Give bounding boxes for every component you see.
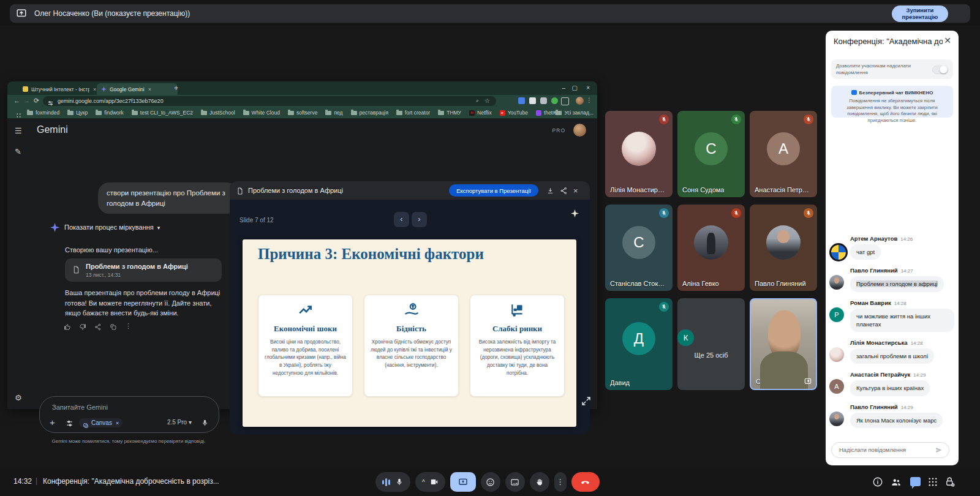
apps-grid-icon[interactable] — [16, 110, 21, 115]
audio-level-icon — [382, 478, 390, 486]
url-bar[interactable]: gemini.google.com/app/3ec27f133eb76e20 ⌕… — [43, 96, 496, 106]
lens-search-icon[interactable]: ⌕ — [476, 97, 479, 104]
sparkle-icon[interactable] — [571, 209, 579, 217]
copy-icon[interactable] — [110, 322, 117, 333]
participant-tile[interactable]: Аліна Гевко — [677, 205, 745, 291]
show-reasoning-toggle[interactable]: Показати процес міркування▾ — [64, 224, 160, 231]
tab-google-gemini[interactable]: Google Gemini × — [97, 83, 178, 95]
extension-icon[interactable] — [518, 97, 525, 104]
participant-tile[interactable]: А Анастасія Петра... — [750, 111, 817, 197]
voice-input-icon[interactable] — [201, 418, 209, 427]
chat-message-input[interactable]: Надіслати повідомлення — [831, 442, 949, 458]
thumbs-down-icon[interactable] — [79, 322, 86, 333]
briefcase-extension-icon[interactable] — [540, 97, 547, 104]
new-chat-icon[interactable]: ✎ — [15, 147, 21, 156]
captions-button[interactable] — [505, 472, 525, 492]
avatar-letter: А — [767, 132, 800, 165]
add-attachment-icon[interactable]: + — [50, 417, 55, 427]
close-window-icon[interactable]: × — [586, 85, 590, 91]
more-options-button[interactable]: ⋮ — [554, 472, 567, 492]
tab1-close-icon[interactable]: × — [93, 86, 96, 92]
forward-icon[interactable]: → — [23, 97, 30, 104]
bookmark-item[interactable]: softserve — [288, 110, 318, 116]
canvas-chip[interactable]: Canvas × — [79, 418, 123, 427]
bookmark-item[interactable]: JustSchool — [201, 110, 235, 116]
screen-share-button[interactable] — [450, 472, 476, 492]
bookmark-item[interactable]: test CLI_to_AWS_EC2 — [132, 110, 193, 116]
participants-icon[interactable] — [891, 476, 902, 487]
translate-icon[interactable] — [529, 97, 536, 104]
share-icon[interactable] — [560, 186, 568, 194]
browser-profile-avatar[interactable] — [576, 97, 584, 105]
back-icon[interactable]: ← — [13, 97, 20, 104]
model-selector[interactable]: 2.5 Pro ▾ — [167, 419, 192, 426]
mic-off-badge — [731, 115, 741, 124]
bookmark-item[interactable]: White Cloud — [243, 110, 280, 116]
remove-canvas-icon[interactable]: × — [116, 420, 119, 426]
all-bookmarks-item[interactable]: Усі заклад... — [556, 107, 594, 118]
mic-button[interactable] — [375, 472, 410, 492]
participant-tile[interactable]: C Станіслав Стоко... — [605, 205, 673, 291]
close-chat-icon[interactable]: ✕ — [944, 36, 951, 45]
stop-presentation-button[interactable]: Зупинити презентацію — [892, 6, 948, 22]
share-icon[interactable] — [94, 322, 102, 333]
bookmark-item[interactable]: foxminded — [27, 110, 59, 116]
bookmark-star-icon[interactable]: ☆ — [484, 97, 490, 104]
participant-tile[interactable]: Павло Глиняний — [750, 205, 817, 291]
more-options-icon[interactable]: ⋮ — [125, 322, 132, 333]
continuous-chat-notice: Безперервний чат ВИМКНЕНО Повідомлення н… — [831, 86, 953, 118]
expand-icon[interactable] — [581, 396, 592, 407]
participant-tile[interactable]: Лілія Монастирс... — [605, 111, 673, 197]
close-canvas-icon[interactable]: × — [573, 186, 581, 194]
folder-icon — [67, 111, 74, 115]
activities-grid-icon[interactable] — [927, 476, 938, 487]
raise-hand-button[interactable] — [530, 472, 549, 492]
camera-button[interactable]: ^ — [415, 472, 445, 492]
bookmark-item[interactable]: fort creator — [396, 110, 430, 116]
maximize-window-icon[interactable]: ▢ — [572, 85, 578, 91]
download-icon[interactable] — [546, 186, 554, 194]
host-controls-lock-icon[interactable] — [944, 476, 956, 487]
extension-green-icon[interactable] — [551, 97, 558, 104]
meeting-info-icon[interactable] — [872, 476, 883, 487]
thumbs-up-icon[interactable] — [64, 322, 71, 333]
send-message-icon[interactable] — [935, 446, 943, 454]
tab2-close-icon[interactable]: × — [148, 86, 151, 92]
browser-menu-icon[interactable]: ⋮ — [586, 97, 592, 103]
pop-out-icon[interactable] — [804, 377, 812, 385]
minimize-window-icon[interactable]: – — [562, 85, 565, 91]
chat-message: Лілія Монастирська14:28 загальні проблем… — [829, 339, 955, 364]
gemini-account-avatar[interactable] — [573, 124, 586, 137]
extensions-icon[interactable] — [561, 97, 569, 105]
end-call-button[interactable] — [571, 472, 600, 492]
bookmark-item[interactable]: Цукр — [67, 110, 88, 116]
tools-icon[interactable] — [66, 419, 74, 426]
bookmark-item[interactable]: findwork — [96, 110, 124, 116]
tab-ai-tools[interactable]: Штучний Інтелект - Інструме... × — [18, 83, 102, 95]
bookmark-item[interactable]: NNetflix — [469, 110, 492, 116]
chat-toggle-icon[interactable] — [910, 477, 921, 486]
next-slide-button[interactable]: › — [412, 212, 427, 227]
new-tab-button[interactable]: + — [174, 84, 178, 92]
more-participants-label: Ще 25 осіб — [677, 351, 745, 359]
participant-tile[interactable]: Д Давид — [605, 298, 673, 390]
site-info-icon[interactable] — [47, 98, 54, 104]
bookmark-item[interactable]: ТНМУ — [438, 110, 461, 116]
more-participants-tile[interactable]: Л К Ще 25 осіб — [677, 298, 745, 390]
settings-gear-icon[interactable]: ⚙ — [15, 393, 22, 402]
document-card[interactable]: Проблеми з голодом в Африці 13 лист., 14… — [65, 258, 222, 282]
gemini-disclaimer: Gemini може помилятися, тому рекомендуєм… — [39, 438, 218, 444]
bookmark-item[interactable]: реставрація — [351, 110, 389, 116]
bookmark-item[interactable]: пед — [325, 110, 342, 116]
prev-slide-button[interactable]: ‹ — [394, 212, 409, 227]
reload-icon[interactable]: ⟳ — [34, 97, 39, 105]
bookmark-item[interactable]: ▸YouTube — [500, 110, 528, 116]
participant-tile[interactable]: С Соня Судома — [677, 111, 745, 197]
self-video-tile[interactable]: Олег Носаче... — [750, 298, 817, 390]
chevron-up-icon[interactable]: ^ — [422, 479, 425, 486]
menu-icon[interactable]: ☰ — [15, 126, 22, 135]
gemini-input-box[interactable]: Запитайте Gemini + Canvas × 2.5 Pro ▾ — [39, 396, 219, 433]
export-to-slides-button[interactable]: Експортувати в Презентації — [449, 184, 538, 197]
allow-messages-toggle[interactable] — [932, 66, 948, 74]
reactions-button[interactable] — [481, 472, 500, 492]
